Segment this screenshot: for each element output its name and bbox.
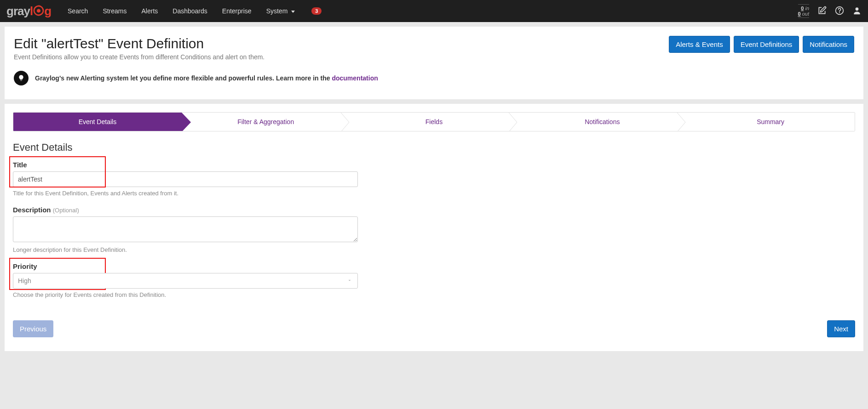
priority-help: Choose the priority for Events created f… (13, 291, 358, 298)
lightbulb-icon (14, 71, 29, 85)
wizard-card: Event Details Filter & Aggregation Field… (5, 104, 863, 351)
step-notifications[interactable]: Notifications (518, 113, 686, 131)
next-button[interactable]: Next (827, 320, 855, 337)
nav-items: Search Streams Alerts Dashboards Enterpr… (60, 0, 798, 22)
step-label: Summary (757, 118, 784, 125)
notifications-button[interactable]: Notifications (803, 36, 854, 53)
page-subtitle: Event Definitions allow you to create Ev… (14, 53, 264, 61)
edit-icon[interactable] (817, 6, 827, 17)
page-header-card: Edit "alertTest" Event Definition Event … (5, 27, 863, 99)
svg-point-1 (839, 12, 840, 13)
priority-select[interactable]: High (13, 273, 358, 289)
tip-row: Graylog's new Alerting system let you de… (14, 71, 854, 85)
chevron-down-icon (291, 11, 295, 13)
user-icon[interactable] (852, 6, 862, 17)
help-icon[interactable] (835, 6, 844, 17)
documentation-link[interactable]: documentation (332, 74, 378, 82)
title-label: Title (13, 161, 358, 169)
throughput-indicator: 0 in 0 out (798, 4, 809, 18)
step-label: Fields (425, 118, 443, 125)
alerts-events-button[interactable]: Alerts & Events (669, 36, 730, 53)
priority-label: Priority (13, 262, 358, 270)
step-filter-aggregation[interactable]: Filter & Aggregation (182, 113, 350, 131)
header-buttons: Alerts & Events Event Definitions Notifi… (669, 36, 854, 53)
title-group: Title Title for this Event Definition, E… (13, 161, 358, 197)
wizard-steps: Event Details Filter & Aggregation Field… (13, 112, 855, 131)
nav-enterprise[interactable]: Enterprise (215, 0, 259, 22)
step-fields[interactable]: Fields (350, 113, 518, 131)
nav-dashboards[interactable]: Dashboards (165, 0, 215, 22)
tip-text: Graylog's new Alerting system let you de… (35, 74, 378, 82)
step-label: Event Details (79, 118, 116, 125)
title-input[interactable] (13, 171, 358, 187)
step-label: Notifications (585, 118, 620, 125)
step-summary[interactable]: Summary (686, 113, 855, 131)
brand-logo[interactable]: grayl⦿g (6, 4, 51, 18)
previous-button: Previous (13, 320, 53, 337)
navbar: grayl⦿g Search Streams Alerts Dashboards… (0, 0, 868, 22)
svg-point-2 (856, 7, 859, 11)
description-label-text: Description (13, 206, 51, 214)
event-definitions-button[interactable]: Event Definitions (734, 36, 799, 53)
nav-alerts[interactable]: Alerts (134, 0, 166, 22)
step-event-details[interactable]: Event Details (13, 113, 182, 131)
nav-search[interactable]: Search (60, 0, 95, 22)
throughput-in-value: 0 (801, 6, 804, 11)
throughput-in-label: in (805, 6, 809, 11)
description-group: Description (Optional) Longer descriptio… (13, 206, 358, 253)
notification-badge[interactable]: 3 (311, 7, 322, 15)
description-label: Description (Optional) (13, 206, 358, 214)
description-textarea[interactable] (13, 216, 358, 242)
nav-streams[interactable]: Streams (95, 0, 134, 22)
priority-group: Priority High Choose the priority for Ev… (13, 262, 358, 298)
nav-system[interactable]: System (259, 0, 303, 22)
wizard-footer: Previous Next (13, 320, 855, 337)
description-help: Longer description for this Event Defini… (13, 246, 358, 253)
nav-system-label: System (266, 7, 288, 15)
nav-right: 0 in 0 out (798, 4, 862, 18)
description-optional: (Optional) (53, 207, 79, 214)
section-heading: Event Details (13, 142, 855, 153)
throughput-out-label: out (802, 11, 809, 17)
page-title: Edit "alertTest" Event Definition (14, 36, 264, 51)
throughput-out-value: 0 (798, 11, 801, 17)
step-label: Filter & Aggregation (237, 118, 294, 125)
tip-prefix: Graylog's new Alerting system let you de… (35, 74, 332, 82)
title-help: Title for this Event Definition, Events … (13, 190, 358, 197)
